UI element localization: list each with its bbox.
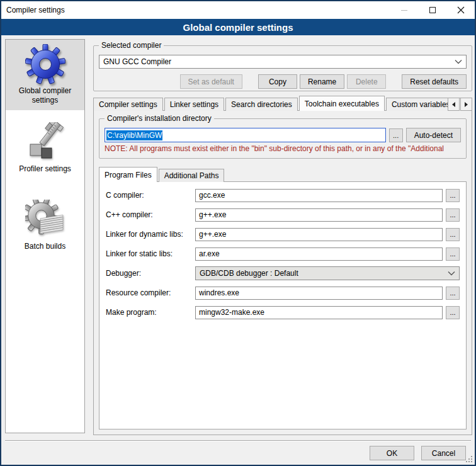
cpp-compiler-label: C++ compiler:: [106, 210, 195, 219]
static-linker-row: Linker for static libs: ...: [106, 247, 460, 261]
maximize-icon: [429, 7, 436, 13]
rename-button[interactable]: Rename: [300, 74, 344, 89]
program-files-page: C compiler: ... C++ compiler: ... Linker…: [99, 181, 467, 429]
window-controls: [390, 1, 475, 19]
caliper-icon: [25, 122, 65, 162]
dialog-banner: Global compiler settings: [1, 19, 475, 35]
installation-directory-input[interactable]: C:\raylib\MinGW: [105, 128, 386, 142]
gray-gear-stack-icon: [25, 200, 65, 240]
main-content: Selected compiler GNU GCC Compiler Set a…: [93, 39, 472, 435]
browse-directory-button[interactable]: ...: [389, 128, 403, 142]
cpp-compiler-row: C++ compiler: ...: [106, 208, 460, 222]
browse-dynamic-linker-button[interactable]: ...: [446, 228, 460, 241]
tab-toolchain-executables[interactable]: Toolchain executables: [299, 96, 385, 111]
chevron-down-icon: [455, 59, 462, 64]
arrow-left-icon: [452, 102, 455, 107]
cpp-compiler-input[interactable]: [195, 208, 443, 222]
settings-sidebar: Global compiler settings Profiler se: [5, 39, 85, 433]
set-as-default-button[interactable]: Set as default: [180, 74, 242, 89]
subtab-program-files[interactable]: Program Files: [99, 167, 157, 182]
debugger-select[interactable]: GDB/CDB debugger : Default: [195, 266, 460, 280]
resource-compiler-label: Resource compiler:: [106, 288, 195, 297]
make-program-label: Make program:: [106, 308, 195, 317]
delete-button[interactable]: Delete: [347, 74, 386, 89]
c-compiler-label: C compiler:: [106, 191, 195, 200]
cancel-button[interactable]: Cancel: [421, 446, 466, 460]
static-linker-label: Linker for static libs:: [106, 249, 195, 258]
installation-directory-group: Compiler's installation directory C:\ray…: [99, 118, 467, 159]
tab-search-directories[interactable]: Search directories: [225, 98, 298, 111]
resource-compiler-row: Resource compiler: ...: [106, 286, 460, 300]
selected-compiler-legend: Selected compiler: [99, 41, 164, 50]
c-compiler-row: C compiler: ...: [106, 188, 460, 202]
resource-compiler-input[interactable]: [195, 287, 443, 300]
maximize-button[interactable]: [418, 1, 446, 19]
sidebar-item-profiler-settings[interactable]: Profiler settings: [6, 118, 84, 179]
browse-make-program-button[interactable]: ...: [446, 306, 460, 319]
window-title: Compiler settings: [6, 6, 65, 14]
installation-directory-value: C:\raylib\MinGW: [106, 130, 162, 140]
dynamic-linker-input[interactable]: [195, 228, 443, 241]
tab-scroll-right-button[interactable]: [460, 98, 472, 111]
toolchain-executables-panel: Compiler's installation directory C:\ray…: [93, 110, 472, 435]
tab-linker-settings[interactable]: Linker settings: [164, 98, 224, 111]
dynamic-linker-label: Linker for dynamic libs:: [106, 230, 195, 239]
ok-button[interactable]: OK: [370, 446, 414, 460]
compiler-actions: Set as default Copy Rename Delete Reset …: [99, 74, 467, 89]
sidebar-item-global-compiler-settings[interactable]: Global compiler settings: [6, 40, 84, 110]
browse-c-compiler-button[interactable]: ...: [446, 189, 460, 202]
arrow-right-icon: [465, 102, 468, 107]
settings-tabstrip: Compiler settings Linker settings Search…: [93, 96, 472, 111]
banner-title: Global compiler settings: [183, 22, 293, 33]
make-program-row: Make program: ...: [106, 305, 460, 319]
footer-divider: [5, 440, 471, 441]
static-linker-input[interactable]: [195, 247, 443, 261]
tab-compiler-settings[interactable]: Compiler settings: [93, 98, 163, 111]
c-compiler-input[interactable]: [195, 189, 443, 202]
subtab-additional-paths[interactable]: Additional Paths: [159, 169, 225, 182]
installation-directory-row: C:\raylib\MinGW ... Auto-detect: [105, 128, 461, 142]
compiler-select-value: GNU GCC Compiler: [103, 57, 455, 66]
chevron-down-icon: [448, 271, 455, 276]
bin-subdirectory-note: NOTE: All programs must exist either in …: [105, 144, 461, 153]
auto-detect-button[interactable]: Auto-detect: [406, 128, 461, 142]
toolchain-subtabs: Program Files Additional Paths: [99, 167, 467, 182]
compiler-settings-dialog: Compiler settings Global compiler settin…: [0, 0, 476, 466]
compiler-select[interactable]: GNU GCC Compiler: [99, 55, 467, 69]
minimize-button[interactable]: [390, 1, 418, 19]
titlebar[interactable]: Compiler settings: [1, 1, 475, 19]
close-icon: [457, 6, 465, 14]
debugger-row: Debugger: GDB/CDB debugger : Default: [106, 266, 460, 280]
browse-resource-compiler-button[interactable]: ...: [446, 287, 460, 300]
browse-static-linker-button[interactable]: ...: [446, 247, 460, 261]
copy-button[interactable]: Copy: [258, 74, 297, 89]
tab-scroll-arrows: [447, 98, 472, 111]
debugger-select-value: GDB/CDB debugger : Default: [200, 269, 448, 278]
browse-cpp-compiler-button[interactable]: ...: [446, 208, 460, 222]
minimize-icon: [401, 10, 407, 11]
sidebar-item-label: Global compiler settings: [7, 86, 83, 105]
make-program-input[interactable]: [195, 306, 443, 319]
debugger-label: Debugger:: [106, 269, 195, 278]
tab-scroll-left-button[interactable]: [448, 98, 460, 111]
reset-defaults-button[interactable]: Reset defaults: [402, 74, 467, 89]
footer-buttons: OK Cancel: [370, 446, 466, 460]
tab-custom-variables[interactable]: Custom variables: [386, 98, 456, 111]
sidebar-item-label: Profiler settings: [7, 164, 83, 174]
sidebar-item-batch-builds[interactable]: Batch builds: [6, 195, 84, 256]
installation-directory-legend: Compiler's installation directory: [105, 114, 214, 123]
blue-gear-icon: [25, 44, 65, 84]
sidebar-item-label: Batch builds: [7, 242, 83, 251]
dynamic-linker-row: Linker for dynamic libs: ...: [106, 227, 460, 241]
resize-grip[interactable]: [465, 455, 473, 463]
close-button[interactable]: [446, 1, 475, 19]
selected-compiler-group: Selected compiler GNU GCC Compiler Set a…: [93, 45, 472, 91]
